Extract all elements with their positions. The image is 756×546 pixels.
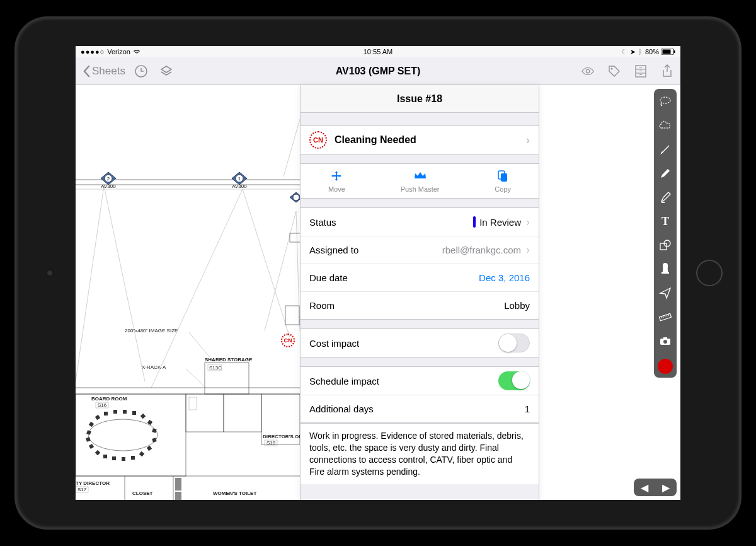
bluetooth-icon: ᛒ [638,48,643,55]
next-sheet-button[interactable]: ▶ [655,479,677,496]
send-icon[interactable] [656,284,674,302]
record-icon[interactable] [658,359,673,374]
svg-rect-1 [663,50,671,54]
svg-rect-55 [132,411,136,415]
svg-rect-56 [140,414,146,419]
svg-rect-102 [501,173,507,182]
svg-point-5 [611,67,613,69]
issue-type-label: Cleaning Needed [335,134,521,146]
svg-text:2: 2 [107,176,110,182]
svg-rect-99 [663,337,667,339]
svg-line-95 [665,315,665,317]
svg-point-4 [586,69,590,73]
svg-text:200"x480"  IMAGE SIZE: 200"x480" IMAGE SIZE [125,328,178,334]
issue-panel: Issue #18 CN Cleaning Needed › [300,85,539,500]
svg-rect-85 [175,492,181,500]
cabinet-icon[interactable] [634,64,648,78]
svg-point-100 [663,340,667,344]
visibility-icon[interactable] [581,64,595,78]
ios-status-bar: ●●●●○ Verizon 10:55 AM ☾ ➤ ᛒ 80% [76,46,680,57]
svg-rect-53 [113,410,117,414]
svg-text:X-RACK-A: X-RACK-A [142,364,166,370]
stamp-icon[interactable] [656,260,674,278]
svg-line-35 [186,369,205,386]
svg-rect-65 [103,455,107,458]
ruler-icon[interactable] [656,308,674,326]
wifi-icon [133,49,140,55]
additional-days-row[interactable]: Additional days 1 [301,395,539,422]
svg-text:TY DIRECTOR: TY DIRECTOR [76,480,110,486]
history-icon[interactable] [134,64,148,78]
svg-line-18 [243,189,290,337]
svg-line-93 [661,317,662,318]
move-icon [330,169,343,183]
battery-pct-label: 80% [645,48,659,55]
svg-rect-60 [147,446,152,451]
svg-rect-69 [186,394,224,432]
highlighter-icon[interactable] [656,189,674,206]
pencil-icon[interactable] [656,165,674,182]
svg-rect-59 [152,438,156,442]
svg-rect-70 [224,394,261,432]
svg-text:AV300: AV300 [232,183,247,189]
panel-title: Issue #18 [301,85,539,113]
sheet-nav-arrows: ◀ ▶ [634,479,677,496]
navigation-bar: Sheets AV103 (GMP SET) [76,57,680,85]
svg-rect-64 [112,456,116,460]
svg-text:S13C: S13C [209,365,222,371]
move-action[interactable]: Move [328,169,345,193]
svg-rect-61 [139,451,144,456]
svg-text:AV300: AV300 [101,183,116,189]
ipad-home-button[interactable] [696,260,723,286]
svg-text:WOMEN'S TOILET: WOMEN'S TOILET [213,491,256,496]
chevron-right-icon: › [526,243,530,257]
cost-impact-toggle[interactable] [498,334,530,352]
back-label: Sheets [92,65,125,78]
svg-rect-51 [95,415,100,420]
crown-icon [413,169,427,183]
dnd-icon: ☾ [621,48,627,56]
battery-icon [662,49,675,55]
issue-description: Work in progress. Evidence of stored mat… [301,423,539,484]
arrow-tool-icon[interactable] [656,141,674,158]
prev-sheet-button[interactable]: ◀ [634,479,655,496]
due-date-row[interactable]: Due date Dec 3, 2016 [301,264,539,291]
carrier-label: Verizon [107,48,130,55]
signal-dots-icon: ●●●●○ [81,48,105,55]
cost-impact-row: Cost impact [301,329,539,357]
issue-type-row[interactable]: CN Cleaning Needed › [301,126,539,154]
back-button[interactable]: Sheets [82,65,125,78]
svg-text:SHARED STORAGE: SHARED STORAGE [205,357,253,363]
clock-label: 10:55 AM [364,48,392,55]
svg-line-96 [667,315,667,317]
issue-marker-cn[interactable]: CN [281,334,295,347]
svg-point-32 [293,194,299,200]
lasso-icon[interactable] [656,93,674,110]
cloud-icon[interactable] [656,117,674,134]
svg-text:1: 1 [238,176,241,182]
svg-text:S17: S17 [77,487,87,492]
svg-line-16 [104,186,145,381]
svg-line-15 [76,186,104,381]
svg-rect-49 [86,430,91,435]
shapes-icon[interactable] [656,236,674,254]
svg-rect-63 [122,457,125,461]
camera-icon[interactable] [656,332,674,350]
svg-line-97 [668,314,669,316]
room-row[interactable]: Room Lobby [301,291,539,319]
text-tool-icon[interactable]: T [656,212,674,230]
assigned-row[interactable]: Assigned to rbell@frankgc.com › [301,236,539,264]
status-row[interactable]: Status In Review › [301,208,539,236]
push-master-action[interactable]: Push Master [401,169,440,193]
chevron-right-icon: › [526,216,530,229]
copy-action[interactable]: Copy [495,169,511,193]
tag-icon[interactable] [607,64,621,78]
svg-rect-68 [86,437,90,441]
share-icon[interactable] [660,64,674,78]
schedule-impact-toggle[interactable] [498,371,530,390]
svg-line-94 [663,316,663,318]
svg-rect-2 [674,50,675,53]
svg-rect-52 [104,412,108,415]
layers-icon[interactable] [159,64,173,78]
svg-line-19 [265,211,296,331]
